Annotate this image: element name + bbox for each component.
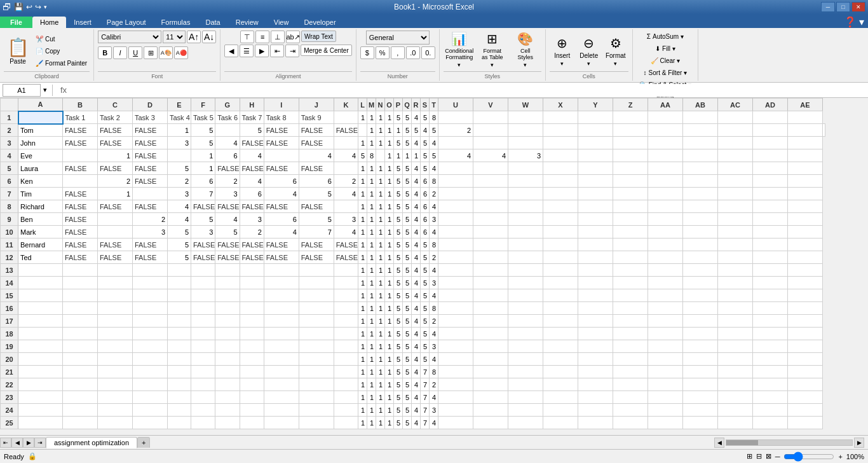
cell[interactable]: 1: [376, 340, 385, 353]
cell[interactable]: 4: [438, 149, 473, 162]
merge-center-button[interactable]: Merge & Center: [301, 45, 352, 56]
cell[interactable]: FALSE: [240, 251, 264, 264]
cell[interactable]: [168, 417, 191, 429]
cell[interactable]: [191, 391, 215, 404]
cell[interactable]: [473, 111, 508, 124]
cell[interactable]: [334, 289, 358, 302]
cell[interactable]: [508, 315, 543, 328]
cell[interactable]: [334, 302, 358, 315]
cell[interactable]: 5: [403, 226, 412, 238]
paste-button[interactable]: 📋 Paste: [4, 33, 32, 69]
cell[interactable]: [438, 162, 473, 175]
cell[interactable]: 1: [394, 124, 403, 137]
cell[interactable]: [334, 162, 358, 175]
cell[interactable]: [98, 417, 133, 429]
col-header-V[interactable]: V: [473, 99, 508, 111]
cell[interactable]: [543, 226, 578, 238]
cell[interactable]: [18, 391, 63, 404]
cell[interactable]: 2: [98, 175, 133, 188]
cell[interactable]: [613, 188, 648, 200]
cell[interactable]: Ted: [18, 251, 63, 264]
cell[interactable]: [215, 378, 240, 391]
cell[interactable]: 5: [394, 315, 403, 328]
cell[interactable]: [168, 277, 191, 289]
cell[interactable]: [168, 378, 191, 391]
col-header-I[interactable]: I: [264, 99, 299, 111]
cell[interactable]: FALSE: [264, 238, 299, 251]
cell[interactable]: [578, 417, 613, 429]
text-angle-btn[interactable]: ab↗: [286, 31, 300, 43]
row-header-13[interactable]: 13: [1, 264, 18, 277]
cell[interactable]: 4: [430, 200, 438, 213]
cell[interactable]: 4: [334, 188, 358, 200]
cell[interactable]: 1: [385, 162, 394, 175]
cell[interactable]: 2: [430, 315, 438, 328]
cell[interactable]: 5: [394, 366, 403, 378]
cell[interactable]: [753, 391, 788, 404]
cell[interactable]: 5: [168, 251, 191, 264]
col-header-Y[interactable]: Y: [578, 99, 613, 111]
cell[interactable]: [18, 277, 63, 289]
cell[interactable]: [648, 302, 683, 315]
cell[interactable]: [613, 251, 648, 264]
cell[interactable]: [753, 251, 788, 264]
cell[interactable]: [578, 200, 613, 213]
cell[interactable]: 2: [215, 175, 240, 188]
cell[interactable]: [438, 175, 473, 188]
cell[interactable]: 4: [412, 378, 421, 391]
name-box-dropdown[interactable]: ▾: [43, 86, 47, 94]
cell[interactable]: [98, 277, 133, 289]
cell[interactable]: 1: [367, 302, 376, 315]
increase-indent-btn[interactable]: ⇥: [285, 45, 299, 57]
cell[interactable]: [168, 264, 191, 277]
ribbon-help-icon[interactable]: ❓: [844, 16, 857, 28]
cell[interactable]: 1: [376, 378, 385, 391]
cell[interactable]: [63, 315, 98, 328]
cell[interactable]: [753, 328, 788, 340]
col-header-J[interactable]: J: [299, 99, 334, 111]
cell[interactable]: FALSE: [63, 200, 98, 213]
cell[interactable]: [683, 111, 718, 124]
cell[interactable]: 1: [358, 328, 367, 340]
cell[interactable]: 5: [394, 175, 403, 188]
cell[interactable]: 5: [403, 366, 412, 378]
col-header-R[interactable]: R: [412, 99, 421, 111]
cell[interactable]: [473, 340, 508, 353]
cell[interactable]: 5: [168, 226, 191, 238]
cell[interactable]: [543, 213, 578, 226]
cell[interactable]: [543, 251, 578, 264]
cell[interactable]: [648, 137, 683, 149]
cell[interactable]: [648, 188, 683, 200]
row-header-25[interactable]: 25: [1, 417, 18, 429]
cell[interactable]: 5: [403, 238, 412, 251]
cell[interactable]: [788, 366, 823, 378]
cell[interactable]: 8: [430, 238, 438, 251]
cell[interactable]: [334, 111, 358, 124]
cell[interactable]: 4: [412, 137, 421, 149]
cell[interactable]: [753, 277, 788, 289]
redo-btn[interactable]: ↪: [35, 3, 41, 11]
cell[interactable]: [473, 162, 508, 175]
cell[interactable]: 4: [412, 340, 421, 353]
cell[interactable]: [508, 353, 543, 366]
cell[interactable]: [753, 264, 788, 277]
cell[interactable]: [264, 328, 299, 340]
cell[interactable]: 5: [191, 137, 215, 149]
cell[interactable]: [473, 251, 508, 264]
cell[interactable]: 1: [385, 302, 394, 315]
align-center-btn[interactable]: ☰: [240, 45, 254, 57]
cell[interactable]: 4: [412, 162, 421, 175]
cell[interactable]: [358, 124, 367, 137]
cell[interactable]: [508, 251, 543, 264]
cell[interactable]: 1: [385, 328, 394, 340]
cell[interactable]: 5: [421, 264, 430, 277]
row-header-22[interactable]: 22: [1, 378, 18, 391]
cell[interactable]: 1: [367, 226, 376, 238]
cell[interactable]: [508, 226, 543, 238]
cell[interactable]: 6: [264, 213, 299, 226]
tab-file[interactable]: File: [0, 17, 32, 28]
cell[interactable]: 4: [412, 200, 421, 213]
cell[interactable]: [438, 315, 473, 328]
cell[interactable]: [648, 124, 683, 137]
cell[interactable]: [648, 162, 683, 175]
